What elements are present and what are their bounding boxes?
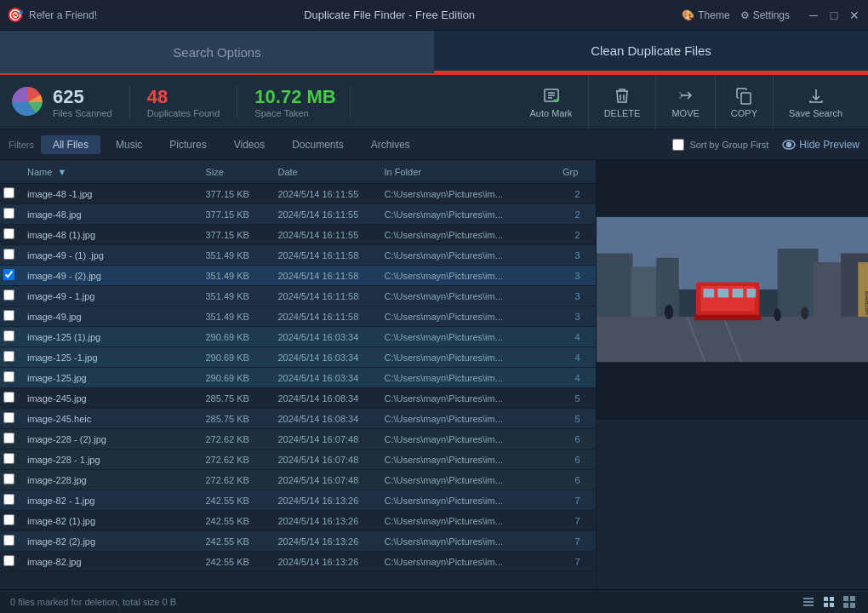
refer-friend-link[interactable]: Refer a Friend!	[29, 9, 97, 21]
row-checkbox[interactable]	[3, 310, 24, 324]
filter-all-files[interactable]: All Files	[41, 135, 100, 154]
row-size: 377.15 KB	[206, 189, 278, 199]
row-size: 272.62 KB	[206, 434, 278, 444]
row-checkbox[interactable]	[3, 555, 24, 569]
row-size: 290.69 KB	[206, 332, 278, 342]
copy-button[interactable]: COPY	[716, 75, 774, 129]
row-grp: 6	[562, 475, 592, 485]
save-search-button[interactable]: Save Search	[774, 75, 858, 129]
filter-music[interactable]: Music	[104, 135, 154, 154]
row-checkbox[interactable]	[3, 433, 24, 446]
table-row[interactable]: image-49.jpg 351.49 KB 2024/5/14 16:11:5…	[0, 306, 596, 327]
table-row[interactable]: image-245.heic 285.75 KB 2024/5/14 16:08…	[0, 409, 596, 429]
sort-group: Sort by Group First	[672, 139, 768, 151]
delete-button[interactable]: DELETE	[589, 75, 657, 129]
theme-icon: 🎨	[682, 9, 694, 21]
table-row[interactable]: image-125.jpg 290.69 KB 2024/5/14 16:03:…	[0, 368, 596, 388]
row-size: 351.49 KB	[206, 250, 278, 261]
table-row[interactable]: image-125 -1.jpg 290.69 KB 2024/5/14 16:…	[0, 347, 596, 368]
minimize-button[interactable]: ─	[807, 9, 820, 22]
table-row[interactable]: image-48 -1.jpg 377.15 KB 2024/5/14 16:1…	[0, 184, 596, 204]
row-checkbox[interactable]	[3, 351, 24, 364]
filter-videos[interactable]: Videos	[222, 135, 277, 154]
sort-by-group-checkbox[interactable]	[672, 139, 684, 151]
row-folder: C:\Users\mayn\Pictures\im...	[385, 291, 563, 301]
theme-button[interactable]: 🎨 Theme	[682, 9, 729, 21]
sort-by-group-label[interactable]: Sort by Group First	[689, 140, 768, 150]
row-date: 2024/5/14 16:13:26	[278, 557, 385, 567]
header-size[interactable]: Size	[206, 167, 278, 177]
pie-chart-icon	[10, 85, 44, 119]
maximize-button[interactable]: □	[827, 9, 841, 22]
auto-mark-button[interactable]: Auto Mark	[514, 75, 588, 129]
table-row[interactable]: image-82 - 1.jpg 242.55 KB 2024/5/14 16:…	[0, 490, 596, 511]
row-checkbox[interactable]	[3, 269, 24, 283]
row-grp: 7	[562, 496, 592, 506]
table-row[interactable]: image-82.jpg 242.55 KB 2024/5/14 16:13:2…	[0, 552, 596, 572]
move-button[interactable]: MOVE	[656, 75, 715, 129]
row-checkbox[interactable]	[3, 494, 24, 507]
table-row[interactable]: image-49 - (1) .jpg 351.49 KB 2024/5/14 …	[0, 245, 596, 266]
row-checkbox[interactable]	[3, 289, 24, 303]
row-name: image-49 - (1) .jpg	[24, 250, 206, 261]
table-row[interactable]: image-49 - 1.jpg 351.49 KB 2024/5/14 16:…	[0, 286, 596, 306]
row-checkbox[interactable]	[3, 392, 24, 405]
row-checkbox[interactable]	[3, 371, 24, 385]
row-checkbox[interactable]	[3, 249, 24, 262]
header-date[interactable]: Date	[278, 167, 385, 177]
table-row[interactable]: image-228 - 1.jpg 272.62 KB 2024/5/14 16…	[0, 450, 596, 470]
close-button[interactable]: ✕	[848, 9, 861, 22]
settings-button[interactable]: ⚙ Settings	[740, 9, 790, 21]
large-view-button[interactable]	[841, 593, 858, 610]
row-folder: C:\Users\mayn\Pictures\im...	[385, 189, 563, 199]
row-folder: C:\Users\mayn\Pictures\im...	[385, 271, 563, 281]
row-grp: 3	[562, 250, 592, 261]
filter-documents[interactable]: Documents	[280, 135, 356, 154]
header-name[interactable]: Name ▼	[24, 167, 206, 177]
filter-archives[interactable]: Archives	[359, 135, 422, 154]
list-view-button[interactable]	[800, 593, 817, 610]
row-size: 290.69 KB	[206, 373, 278, 383]
row-checkbox[interactable]	[3, 412, 24, 426]
row-checkbox[interactable]	[3, 473, 24, 487]
row-name: image-228.jpg	[24, 475, 206, 485]
row-checkbox[interactable]	[3, 453, 24, 467]
row-date: 2024/5/14 16:11:58	[278, 312, 385, 322]
filter-pictures[interactable]: Pictures	[157, 135, 218, 154]
hide-preview-toggle[interactable]: Hide Preview	[782, 138, 859, 152]
row-date: 2024/5/14 16:07:48	[278, 475, 385, 485]
row-size: 351.49 KB	[206, 271, 278, 281]
table-row[interactable]: image-245.jpg 285.75 KB 2024/5/14 16:08:…	[0, 388, 596, 409]
table-row[interactable]: image-48.jpg 377.15 KB 2024/5/14 16:11:5…	[0, 204, 596, 225]
table-row[interactable]: image-82 (2).jpg 242.55 KB 2024/5/14 16:…	[0, 531, 596, 552]
table-row[interactable]: image-228.jpg 272.62 KB 2024/5/14 16:07:…	[0, 470, 596, 490]
tab-search-options[interactable]: Search Options	[0, 31, 434, 73]
table-row[interactable]: image-82 (1).jpg 242.55 KB 2024/5/14 16:…	[0, 511, 596, 531]
table-row[interactable]: image-125 (1).jpg 290.69 KB 2024/5/14 16…	[0, 327, 596, 347]
table-row[interactable]: image-48 (1).jpg 377.15 KB 2024/5/14 16:…	[0, 225, 596, 245]
row-checkbox[interactable]	[3, 330, 24, 344]
header-grp[interactable]: Grp	[562, 167, 592, 177]
row-checkbox[interactable]	[3, 514, 24, 528]
row-folder: C:\Users\mayn\Pictures\im...	[385, 352, 563, 363]
save-search-icon	[807, 86, 825, 105]
row-grp: 7	[562, 557, 592, 567]
svg-rect-22	[717, 289, 728, 298]
row-folder: C:\Users\mayn\Pictures\im...	[385, 230, 563, 240]
row-folder: C:\Users\mayn\Pictures\im...	[385, 455, 563, 465]
tab-clean-duplicates[interactable]: Clean Duplicate Files	[434, 31, 868, 73]
row-grp: 7	[562, 536, 592, 547]
row-checkbox[interactable]	[3, 535, 24, 548]
row-checkbox[interactable]	[3, 228, 24, 242]
header-folder[interactable]: In Folder	[385, 167, 563, 177]
table-row[interactable]: image-49 - (2).jpg 351.49 KB 2024/5/14 1…	[0, 266, 596, 286]
file-list[interactable]: Name ▼ Size Date In Folder Grp image-48 …	[0, 160, 596, 589]
row-checkbox[interactable]	[3, 187, 24, 201]
row-grp: 4	[562, 352, 592, 363]
row-grp: 2	[562, 230, 592, 240]
svg-rect-39	[850, 596, 855, 601]
grid-view-button[interactable]	[820, 593, 837, 610]
row-checkbox[interactable]	[3, 208, 24, 221]
app-icon: 🎯	[7, 7, 24, 23]
table-row[interactable]: image-228 - (2).jpg 272.62 KB 2024/5/14 …	[0, 429, 596, 450]
